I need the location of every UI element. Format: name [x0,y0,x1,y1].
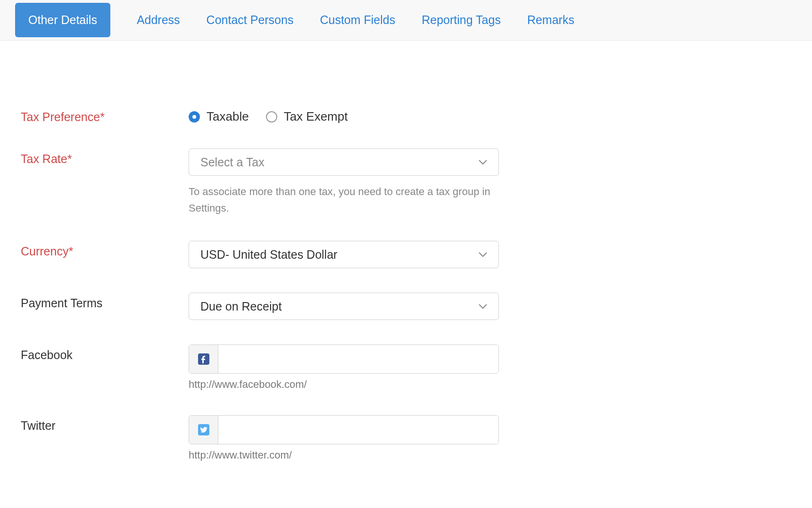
twitter-icon [198,424,209,435]
radio-tax-exempt[interactable]: Tax Exempt [266,109,348,124]
facebook-label: Facebook [21,344,189,362]
tax-rate-select-value: Select a Tax [200,156,265,169]
chevron-down-icon [479,304,487,309]
tax-preference-radio-group: Taxable Tax Exempt [189,107,500,124]
tab-contact-persons[interactable]: Contact Persons [207,3,294,37]
currency-select-value: USD- United States Dollar [200,248,337,262]
radio-taxable-label: Taxable [207,109,249,124]
radio-unselected-icon [266,111,277,123]
twitter-icon-addon [189,416,218,444]
facebook-icon [198,353,209,365]
facebook-input[interactable] [218,345,498,373]
tab-address[interactable]: Address [137,3,180,37]
tax-rate-select[interactable]: Select a Tax [189,148,499,176]
tab-reporting-tags[interactable]: Reporting Tags [422,3,501,37]
tab-custom-fields[interactable]: Custom Fields [320,3,395,37]
payment-terms-select[interactable]: Due on Receipt [189,293,499,320]
facebook-url-hint: http://www.facebook.com/ [189,378,500,391]
tab-remarks[interactable]: Remarks [527,3,574,37]
tabs-bar: Other Details Address Contact Persons Cu… [0,0,812,41]
radio-selected-icon [189,111,200,123]
twitter-input[interactable] [218,416,498,444]
chevron-down-icon [479,160,487,165]
tab-other-details[interactable]: Other Details [15,3,110,37]
tax-rate-help-text: To associate more than one tax, you need… [189,183,499,216]
chevron-down-icon [479,252,487,257]
tax-rate-label: Tax Rate* [21,148,189,166]
twitter-url-hint: http://www.twitter.com/ [189,449,500,461]
currency-select[interactable]: USD- United States Dollar [189,241,499,268]
radio-exempt-label: Tax Exempt [284,109,348,124]
twitter-label: Twitter [21,415,189,433]
payment-terms-select-value: Due on Receipt [200,300,282,313]
radio-taxable[interactable]: Taxable [189,109,249,124]
payment-terms-label: Payment Terms [21,293,189,310]
tax-preference-label: Tax Preference* [21,107,189,124]
facebook-icon-addon [189,345,218,373]
currency-label: Currency* [21,241,189,258]
